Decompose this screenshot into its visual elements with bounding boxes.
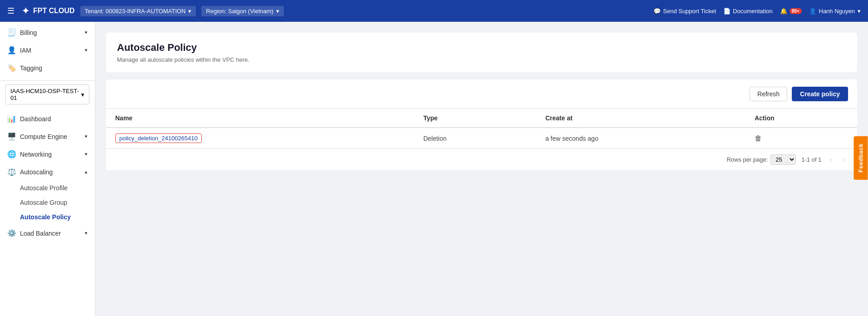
notification-badge: 99+ [790,8,802,14]
card-toolbar: Refresh Create policy [106,79,857,109]
project-selector[interactable]: IAAS-HCM10-OSP-TEST-01 ▾ [5,84,89,104]
sidebar-item-label: Dashboard [20,115,88,123]
pagination-row: Rows per page: 25 50 100 1-1 of 1 ‹ › [106,148,857,170]
sidebar-item-autoscale-policy[interactable]: Autoscale Policy [0,210,95,224]
sidebar-item-autoscale-profile[interactable]: Autoscale Profile [0,181,95,195]
feedback-tab[interactable]: Feedback [854,136,868,180]
tenant-arrow-icon: ▾ [188,8,191,15]
sidebar-item-billing[interactable]: 🧾 Billing ▾ [0,24,95,41]
rows-per-page-label: Rows per page: [727,156,768,163]
sidebar-item-label: Billing [20,29,81,36]
cell-type: Deletion [414,128,536,148]
user-label: Hanh Nguyen [819,8,855,15]
col-name: Name [106,109,414,128]
sidebar-item-load-balancer[interactable]: ⚙️ Load Balancer ▾ [0,224,95,242]
sidebar-divider [0,80,95,81]
table-row: policy_deletion_24100265410 Deletion a f… [106,128,857,148]
content-card: Refresh Create policy Name Type Create a… [106,79,857,170]
notification-button[interactable]: 🔔 99+ [780,8,802,15]
layout: 🧾 Billing ▾ 👤 IAM ▾ 🏷️ Tagging IAAS-HCM1… [0,22,868,316]
sidebar: 🧾 Billing ▾ 👤 IAM ▾ 🏷️ Tagging IAAS-HCM1… [0,22,95,316]
user-avatar-icon: 👤 [809,8,816,15]
region-selector[interactable]: Region: Saigon (Vietnam) ▾ [201,6,284,16]
tenant-selector[interactable]: Tenant: 000823-INFRA-AUTOMATION ▾ [80,6,196,16]
sidebar-item-networking[interactable]: 🌐 Networking ▾ [0,145,95,163]
sidebar-item-autoscale-group[interactable]: Autoscale Group [0,195,95,210]
dashboard-icon: 📊 [7,114,16,123]
iam-icon: 👤 [7,46,16,54]
create-policy-button[interactable]: Create policy [792,87,848,101]
policy-name-link[interactable]: policy_deletion_24100265410 [115,133,202,143]
sidebar-item-iam[interactable]: 👤 IAM ▾ [0,41,95,59]
sidebar-item-label: Tagging [20,64,88,72]
docs-link[interactable]: 📄 Documentation [723,8,772,15]
logo-text: FPT CLOUD [33,7,75,15]
load-balancer-icon: ⚙️ [7,229,16,237]
autoscaling-icon: ⚖️ [7,168,16,176]
cell-name: policy_deletion_24100265410 [106,128,414,148]
sidebar-item-dashboard[interactable]: 📊 Dashboard [0,110,95,128]
autoscale-policy-label: Autoscale Policy [20,213,71,221]
region-arrow-icon: ▾ [276,8,279,15]
sidebar-nav-section: 📊 Dashboard 🖥️ Compute Engine ▾ 🌐 Networ… [0,108,95,244]
support-link[interactable]: 💬 Send Support Ticket [653,8,716,15]
menu-icon[interactable]: ☰ [7,6,15,16]
networking-arrow-icon: ▾ [85,151,88,157]
project-selector-label: IAAS-HCM10-OSP-TEST-01 [10,88,81,101]
project-selector-arrow: ▾ [81,91,84,98]
col-action: Action [746,109,857,128]
logo: ✦ FPT CLOUD [22,5,75,16]
table-header-row: Name Type Create at Action [106,109,857,128]
sidebar-item-compute-engine[interactable]: 🖥️ Compute Engine ▾ [0,128,95,145]
pagination-next-button[interactable]: › [840,155,848,165]
region-label: Region: Saigon (Vietnam) [206,8,273,15]
sidebar-item-label: Autoscaling [20,168,81,176]
table-body: policy_deletion_24100265410 Deletion a f… [106,128,857,148]
networking-icon: 🌐 [7,150,16,158]
support-icon: 💬 [653,8,661,15]
billing-icon: 🧾 [7,28,16,37]
page-title: Autoscale Policy [117,42,846,54]
page-header: Autoscale Policy Manage all autoscale po… [106,33,857,72]
rows-per-page-select[interactable]: 25 50 100 [770,154,796,165]
header: ☰ ✦ FPT CLOUD Tenant: 000823-INFRA-AUTOM… [0,0,868,22]
tenant-label: Tenant: 000823-INFRA-AUTOMATION [85,8,186,15]
cell-action: 🗑 [746,128,857,148]
sidebar-item-label: Load Balancer [20,230,81,237]
page-subtitle: Manage all autoscale policies within the… [117,56,846,63]
cell-create-at: a few seconds ago [536,128,746,148]
policy-table: Name Type Create at Action policy_deleti… [106,109,857,148]
load-balancer-arrow-icon: ▾ [85,230,88,236]
table-head: Name Type Create at Action [106,109,857,128]
sidebar-item-label: Compute Engine [20,133,81,140]
delete-icon[interactable]: 🗑 [755,134,762,142]
col-create-at: Create at [536,109,746,128]
main-content: Autoscale Policy Manage all autoscale po… [95,22,868,316]
table-wrapper: Name Type Create at Action policy_deleti… [106,109,857,148]
docs-icon: 📄 [723,8,731,15]
sidebar-top-section: 🧾 Billing ▾ 👤 IAM ▾ 🏷️ Tagging [0,22,95,79]
tagging-icon: 🏷️ [7,64,16,72]
header-right: 💬 Send Support Ticket 📄 Documentation 🔔 … [653,8,861,15]
bell-icon: 🔔 [780,8,787,15]
user-menu[interactable]: 👤 Hanh Nguyen ▾ [809,8,861,15]
autoscale-profile-label: Autoscale Profile [20,184,68,192]
sidebar-item-label: IAM [20,47,81,54]
sidebar-item-label: Networking [20,151,81,158]
compute-engine-icon: 🖥️ [7,132,16,141]
pagination-prev-button[interactable]: ‹ [827,155,834,165]
refresh-button[interactable]: Refresh [750,87,787,101]
pagination-info: 1-1 of 1 [801,156,821,163]
billing-arrow-icon: ▾ [85,30,88,35]
rows-per-page: Rows per page: 25 50 100 [727,154,796,165]
compute-engine-arrow-icon: ▾ [85,133,88,139]
user-arrow-icon: ▾ [858,8,861,15]
iam-arrow-icon: ▾ [85,47,88,53]
sidebar-item-tagging[interactable]: 🏷️ Tagging [0,59,95,77]
autoscaling-arrow-icon: ▴ [85,169,88,175]
col-type: Type [414,109,536,128]
sidebar-item-autoscaling[interactable]: ⚖️ Autoscaling ▴ [0,163,95,181]
logo-icon: ✦ [22,5,29,16]
autoscale-group-label: Autoscale Group [20,199,67,206]
